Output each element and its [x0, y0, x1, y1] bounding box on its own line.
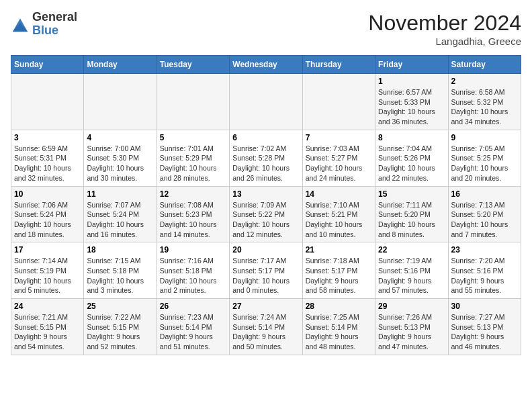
day-info: Sunrise: 7:24 AMSunset: 5:14 PMDaylight:…: [232, 312, 299, 352]
calendar-cell: [157, 74, 229, 130]
day-number: 17: [14, 245, 81, 255]
day-number: 15: [378, 189, 445, 199]
day-number: 10: [14, 189, 81, 199]
day-number: 9: [451, 133, 518, 142]
calendar-title: November 2024: [368, 11, 521, 36]
day-info: Sunrise: 7:00 AMSunset: 5:30 PMDaylight:…: [87, 144, 153, 183]
logo-icon: [11, 15, 30, 34]
day-number: 2: [451, 77, 518, 86]
day-info: Sunrise: 7:08 AMSunset: 5:23 PMDaylight:…: [160, 200, 226, 240]
title-block: November 2024 Langadhia, Greece: [368, 11, 521, 47]
calendar-cell: 25Sunrise: 7:22 AMSunset: 5:15 PMDayligh…: [84, 299, 157, 355]
svg-marker-1: [13, 23, 28, 32]
day-number: 23: [451, 245, 518, 255]
calendar-cell: 23Sunrise: 7:20 AMSunset: 5:16 PMDayligh…: [448, 242, 521, 299]
day-number: 20: [232, 245, 299, 255]
logo: General Blue: [11, 11, 77, 38]
day-info: Sunrise: 7:21 AMSunset: 5:15 PMDaylight:…: [14, 312, 81, 352]
calendar-cell: 15Sunrise: 7:11 AMSunset: 5:20 PMDayligh…: [375, 186, 448, 242]
day-number: 16: [451, 189, 518, 199]
day-info: Sunrise: 7:06 AMSunset: 5:24 PMDaylight:…: [14, 200, 81, 240]
day-info: Sunrise: 7:18 AMSunset: 5:17 PMDaylight:…: [306, 256, 372, 295]
day-of-week-header: Monday: [84, 56, 157, 74]
day-of-week-header: Saturday: [448, 56, 521, 74]
day-number: 21: [306, 245, 372, 255]
calendar-cell: 17Sunrise: 7:14 AMSunset: 5:19 PMDayligh…: [11, 242, 84, 299]
calendar-cell: 19Sunrise: 7:16 AMSunset: 5:18 PMDayligh…: [157, 242, 229, 299]
day-info: Sunrise: 7:09 AMSunset: 5:22 PMDaylight:…: [232, 200, 299, 240]
day-info: Sunrise: 7:10 AMSunset: 5:21 PMDaylight:…: [306, 200, 372, 240]
calendar-header-row: SundayMondayTuesdayWednesdayThursdayFrid…: [11, 56, 521, 74]
day-number: 13: [232, 189, 299, 199]
day-of-week-header: Wednesday: [230, 56, 302, 74]
day-number: 8: [378, 133, 445, 142]
day-number: 11: [87, 189, 153, 199]
day-number: 3: [14, 133, 81, 142]
calendar-cell: 21Sunrise: 7:18 AMSunset: 5:17 PMDayligh…: [302, 242, 375, 299]
calendar-cell: 13Sunrise: 7:09 AMSunset: 5:22 PMDayligh…: [230, 186, 302, 242]
day-of-week-header: Thursday: [302, 56, 375, 74]
day-info: Sunrise: 7:13 AMSunset: 5:20 PMDaylight:…: [451, 200, 518, 240]
calendar-cell: [302, 74, 375, 130]
calendar-cell: 14Sunrise: 7:10 AMSunset: 5:21 PMDayligh…: [302, 186, 375, 242]
page-header: General Blue November 2024 Langadhia, Gr…: [11, 11, 521, 47]
day-info: Sunrise: 7:25 AMSunset: 5:14 PMDaylight:…: [306, 312, 372, 352]
calendar-week-row: 10Sunrise: 7:06 AMSunset: 5:24 PMDayligh…: [11, 186, 521, 242]
calendar-cell: 3Sunrise: 6:59 AMSunset: 5:31 PMDaylight…: [11, 130, 84, 186]
day-number: 22: [378, 245, 445, 255]
calendar-cell: 16Sunrise: 7:13 AMSunset: 5:20 PMDayligh…: [448, 186, 521, 242]
day-info: Sunrise: 7:07 AMSunset: 5:24 PMDaylight:…: [87, 200, 153, 240]
calendar-cell: 18Sunrise: 7:15 AMSunset: 5:18 PMDayligh…: [84, 242, 157, 299]
day-number: 4: [87, 133, 153, 142]
calendar-cell: [230, 74, 302, 130]
calendar-body: 1Sunrise: 6:57 AMSunset: 5:33 PMDaylight…: [11, 74, 521, 355]
day-number: 12: [160, 189, 226, 199]
day-number: 14: [306, 189, 372, 199]
day-info: Sunrise: 7:11 AMSunset: 5:20 PMDaylight:…: [378, 200, 445, 240]
calendar-cell: 5Sunrise: 7:01 AMSunset: 5:29 PMDaylight…: [157, 130, 229, 186]
calendar-cell: 6Sunrise: 7:02 AMSunset: 5:28 PMDaylight…: [230, 130, 302, 186]
calendar-subtitle: Langadhia, Greece: [368, 36, 521, 47]
calendar-cell: 10Sunrise: 7:06 AMSunset: 5:24 PMDayligh…: [11, 186, 84, 242]
calendar-cell: 8Sunrise: 7:04 AMSunset: 5:26 PMDaylight…: [375, 130, 448, 186]
calendar-cell: 11Sunrise: 7:07 AMSunset: 5:24 PMDayligh…: [84, 186, 157, 242]
day-number: 7: [306, 133, 372, 142]
day-info: Sunrise: 7:19 AMSunset: 5:16 PMDaylight:…: [378, 256, 445, 295]
day-number: 30: [451, 302, 518, 311]
day-number: 18: [87, 245, 153, 255]
day-number: 25: [87, 302, 153, 311]
day-of-week-header: Tuesday: [157, 56, 229, 74]
calendar-cell: 2Sunrise: 6:58 AMSunset: 5:32 PMDaylight…: [448, 74, 521, 130]
day-info: Sunrise: 7:20 AMSunset: 5:16 PMDaylight:…: [451, 256, 518, 295]
calendar-table: SundayMondayTuesdayWednesdayThursdayFrid…: [11, 55, 521, 355]
day-info: Sunrise: 7:05 AMSunset: 5:25 PMDaylight:…: [451, 144, 518, 183]
calendar-cell: 20Sunrise: 7:17 AMSunset: 5:17 PMDayligh…: [230, 242, 302, 299]
day-info: Sunrise: 7:14 AMSunset: 5:19 PMDaylight:…: [14, 256, 81, 295]
calendar-cell: 29Sunrise: 7:26 AMSunset: 5:13 PMDayligh…: [375, 299, 448, 355]
day-info: Sunrise: 7:01 AMSunset: 5:29 PMDaylight:…: [160, 144, 226, 183]
calendar-week-row: 24Sunrise: 7:21 AMSunset: 5:15 PMDayligh…: [11, 299, 521, 355]
day-info: Sunrise: 6:58 AMSunset: 5:32 PMDaylight:…: [451, 87, 518, 127]
calendar-week-row: 3Sunrise: 6:59 AMSunset: 5:31 PMDaylight…: [11, 130, 521, 186]
day-number: 28: [306, 302, 372, 311]
day-number: 5: [160, 133, 226, 142]
logo-text: General Blue: [32, 11, 77, 38]
calendar-cell: 4Sunrise: 7:00 AMSunset: 5:30 PMDaylight…: [84, 130, 157, 186]
calendar-cell: [84, 74, 157, 130]
day-info: Sunrise: 7:02 AMSunset: 5:28 PMDaylight:…: [232, 144, 299, 183]
calendar-cell: 1Sunrise: 6:57 AMSunset: 5:33 PMDaylight…: [375, 74, 448, 130]
day-info: Sunrise: 6:57 AMSunset: 5:33 PMDaylight:…: [378, 87, 445, 127]
day-info: Sunrise: 7:23 AMSunset: 5:14 PMDaylight:…: [160, 312, 226, 352]
day-number: 1: [378, 77, 445, 86]
calendar-cell: 9Sunrise: 7:05 AMSunset: 5:25 PMDaylight…: [448, 130, 521, 186]
calendar-cell: 28Sunrise: 7:25 AMSunset: 5:14 PMDayligh…: [302, 299, 375, 355]
day-info: Sunrise: 7:03 AMSunset: 5:27 PMDaylight:…: [306, 144, 372, 183]
calendar-cell: 22Sunrise: 7:19 AMSunset: 5:16 PMDayligh…: [375, 242, 448, 299]
day-of-week-header: Sunday: [11, 56, 84, 74]
day-of-week-header: Friday: [375, 56, 448, 74]
day-info: Sunrise: 7:27 AMSunset: 5:13 PMDaylight:…: [451, 312, 518, 352]
day-info: Sunrise: 7:15 AMSunset: 5:18 PMDaylight:…: [87, 256, 153, 295]
calendar-week-row: 17Sunrise: 7:14 AMSunset: 5:19 PMDayligh…: [11, 242, 521, 299]
calendar-cell: 12Sunrise: 7:08 AMSunset: 5:23 PMDayligh…: [157, 186, 229, 242]
calendar-cell: 30Sunrise: 7:27 AMSunset: 5:13 PMDayligh…: [448, 299, 521, 355]
